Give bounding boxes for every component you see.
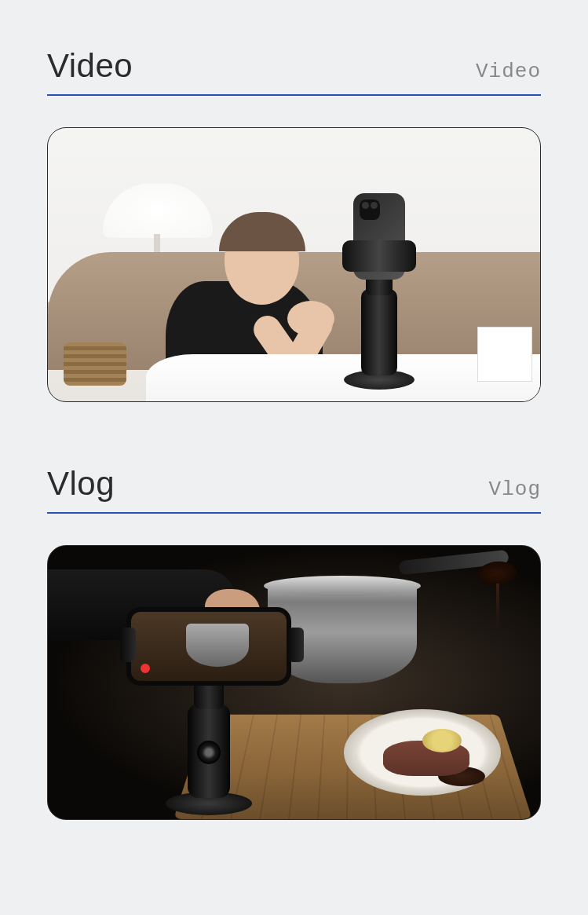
gimbal-sensor-icon: [197, 741, 221, 764]
basket-icon: [64, 342, 126, 386]
video-illustration: [47, 127, 541, 402]
section-title-sub: Video: [476, 60, 541, 83]
phone-screen: [131, 612, 287, 681]
section-header: Vlog Vlog: [47, 465, 541, 514]
section-video: Video Video: [47, 47, 541, 402]
smartphone-icon: [126, 607, 291, 686]
record-indicator-icon: [141, 664, 150, 673]
section-header: Video Video: [47, 47, 541, 96]
vlog-illustration: [47, 545, 541, 820]
phone-camera-icon: [360, 199, 380, 220]
heart-hands-icon: [287, 301, 334, 336]
section-vlog: Vlog Vlog: [47, 465, 541, 820]
phone-gimbal: [134, 580, 291, 815]
section-title-main: Video: [47, 47, 133, 85]
section-title-sub: Vlog: [489, 478, 541, 501]
phone-gimbal: [336, 193, 422, 390]
section-title-main: Vlog: [47, 465, 115, 503]
